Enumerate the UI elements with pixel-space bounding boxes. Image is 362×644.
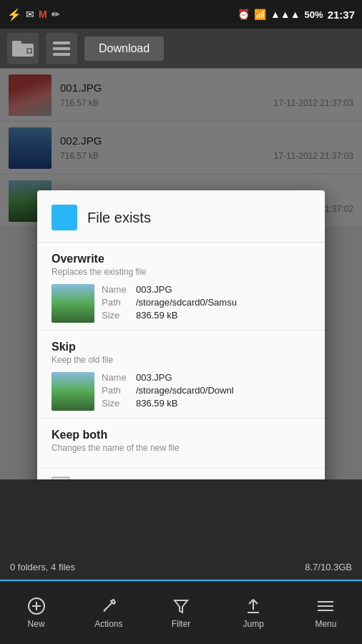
path-label: Path	[102, 297, 132, 308]
skip-name-value: 003.JPG	[136, 372, 172, 383]
svg-marker-4	[175, 600, 187, 613]
menu-icon	[315, 596, 336, 616]
nav-label-menu: Menu	[315, 619, 336, 629]
signal-icon: ▲▲▲	[270, 9, 300, 20]
skip-path-value: /storage/sdcard0/Downl	[136, 385, 234, 396]
nav-item-filter[interactable]: Filter	[145, 581, 217, 644]
list-view-btn[interactable]	[46, 33, 77, 64]
dialog-file-icon	[52, 205, 77, 230]
svg-line-3	[104, 608, 107, 611]
bottom-nav: New Actions Filter Jump	[0, 580, 362, 644]
keep-both-section[interactable]: Keep both Changes the name of the new fi…	[37, 419, 325, 468]
bottom-status: 0 folders, 4 files 8.7/10.3GB	[0, 554, 362, 580]
nav-item-menu[interactable]: Menu	[290, 581, 362, 644]
plus-circle-icon	[26, 596, 47, 616]
time-display: 21:37	[328, 9, 355, 21]
keep-both-sublabel: Changes the name of the new file	[52, 443, 310, 453]
overwrite-path-value: /storage/sdcard0/Samsu	[136, 297, 237, 308]
nav-item-actions[interactable]: Actions	[72, 581, 145, 644]
dialog-title: File exists	[87, 210, 151, 226]
remember-row[interactable]: Remember this action	[37, 468, 325, 479]
nav-label-actions: Actions	[94, 619, 122, 629]
overwrite-sublabel: Replaces the existing file	[52, 267, 310, 277]
overwrite-detail-rows: Name 003.JPG Path /storage/sdcard0/Samsu…	[102, 284, 237, 323]
skip-size-label: Size	[102, 398, 132, 409]
status-icons-right: ⏰ 📶 ▲▲▲ 50% 21:37	[238, 9, 355, 21]
status-bar: ⚡ ✉ M ✏ ⏰ 📶 ▲▲▲ 50% 21:37	[0, 0, 362, 29]
skip-sublabel: Keep the old file	[52, 355, 310, 365]
file-exists-dialog: File exists Overwrite Replaces the exist…	[37, 190, 325, 479]
overwrite-thumb	[52, 284, 94, 323]
overwrite-size-value: 836.59 kB	[136, 310, 178, 321]
folder-file-count: 0 folders, 4 files	[10, 562, 75, 572]
gmail-icon: M	[39, 9, 47, 20]
battery-status: 50%	[305, 9, 323, 20]
skip-detail-rows: Name 003.JPG Path /storage/sdcard0/Downl…	[102, 372, 234, 411]
size-label: Size	[102, 310, 132, 321]
nav-item-new[interactable]: New	[0, 581, 72, 644]
status-icons-left: ⚡ ✉ M ✏	[7, 8, 60, 21]
skip-name-label: Name	[102, 372, 132, 383]
usb-icon: ⚡	[7, 8, 21, 21]
skip-size-value: 836.59 kB	[136, 398, 178, 409]
remember-checkbox[interactable]	[52, 477, 70, 479]
folder-view-btn[interactable]	[7, 33, 39, 64]
edit-icon: ✏	[52, 9, 60, 20]
mail-icon: ✉	[26, 9, 34, 20]
alarm-icon: ⏰	[238, 9, 250, 20]
skip-file-details: Name 003.JPG Path /storage/sdcard0/Downl…	[52, 372, 310, 411]
filter-icon	[171, 596, 191, 616]
nav-label-new: New	[28, 619, 45, 629]
skip-section[interactable]: Skip Keep the old file Name 003.JPG Path…	[37, 331, 325, 419]
name-label: Name	[102, 284, 132, 295]
overwrite-name-value: 003.JPG	[136, 284, 172, 295]
overwrite-section[interactable]: Overwrite Replaces the existing file Nam…	[37, 243, 325, 331]
file-list: 001.JPG 716.57 kB 17-11-2012 21:37:03 00…	[0, 69, 362, 479]
wrench-icon	[99, 596, 119, 616]
keep-both-label: Keep both	[52, 429, 310, 441]
dialog-header: File exists	[37, 190, 325, 243]
wifi-icon: 📶	[254, 9, 266, 20]
skip-label: Skip	[52, 341, 310, 353]
overwrite-label: Overwrite	[52, 253, 310, 265]
top-nav: Download	[0, 29, 362, 69]
upload-icon	[243, 596, 263, 616]
storage-info: 8.7/10.3GB	[305, 562, 352, 572]
nav-label-jump: Jump	[243, 619, 264, 629]
nav-title: Download	[84, 36, 164, 61]
overwrite-file-details: Name 003.JPG Path /storage/sdcard0/Samsu…	[52, 284, 310, 323]
nav-label-filter: Filter	[172, 619, 191, 629]
skip-thumb	[52, 372, 94, 411]
nav-item-jump[interactable]: Jump	[217, 581, 290, 644]
skip-path-label: Path	[102, 385, 132, 396]
